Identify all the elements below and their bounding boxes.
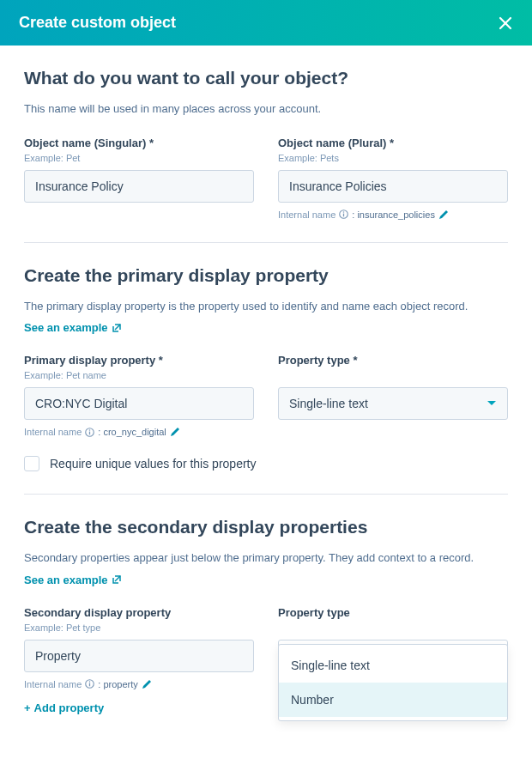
primary-prop-input[interactable]: CRO:NYC Digital (24, 387, 254, 420)
svg-rect-4 (343, 211, 344, 212)
modal-title: Create custom object (19, 14, 176, 32)
singular-input[interactable]: Insurance Policy (24, 170, 254, 203)
singular-example: Example: Pet (24, 153, 254, 163)
plus-icon: + (24, 701, 31, 714)
secondary-type-dropdown: Single-line text Number (278, 644, 508, 721)
primary-internal-label: Internal name (24, 427, 82, 437)
see-example-link[interactable]: See an example (24, 574, 122, 586)
primary-internal-value: : cro_nyc_digital (98, 427, 166, 437)
see-example-label: See an example (24, 321, 108, 334)
secondary-prop-input[interactable]: Property (24, 640, 254, 672)
pencil-icon[interactable] (170, 427, 180, 437)
primary-type-label: Property type * (278, 354, 508, 367)
dropdown-option-number[interactable]: Number (279, 683, 507, 717)
add-property-label: Add property (34, 701, 105, 714)
svg-rect-3 (343, 214, 344, 217)
secondary-internal-value: : property (98, 679, 137, 689)
chevron-down-icon (487, 400, 497, 407)
pencil-icon[interactable] (142, 679, 152, 689)
require-unique-checkbox[interactable] (24, 456, 39, 471)
spacer (278, 622, 508, 633)
close-icon[interactable] (498, 15, 513, 31)
secondary-internal-label: Internal name (24, 679, 82, 689)
dropdown-option-single-line[interactable]: Single-line text (279, 648, 507, 683)
spacer (278, 370, 508, 380)
plural-input[interactable]: Insurance Policies (278, 170, 508, 203)
primary-type-select[interactable]: Single-line text (278, 387, 508, 420)
plural-internal-value: : insurance_policies (352, 209, 435, 220)
plural-example: Example: Pets (278, 153, 508, 163)
svg-rect-10 (89, 681, 90, 682)
primary-type-value: Single-line text (289, 397, 368, 410)
section-name-title: What do you want to call your object? (24, 68, 508, 88)
section-name-description: This name will be used in many places ac… (24, 100, 508, 118)
plural-label: Object name (Plural) * (278, 137, 508, 149)
secondary-prop-example: Example: Pet type (24, 622, 254, 633)
divider (24, 494, 508, 495)
info-icon[interactable] (339, 209, 348, 219)
svg-rect-7 (89, 429, 90, 430)
singular-label: Object name (Singular) * (24, 137, 254, 149)
primary-prop-label: Primary display property * (24, 354, 254, 367)
secondary-prop-label: Secondary display property (24, 606, 254, 619)
pencil-icon[interactable] (438, 209, 449, 220)
add-property-link[interactable]: + Add property (24, 701, 104, 714)
svg-rect-9 (89, 683, 90, 687)
divider (24, 242, 508, 243)
section-primary-description: The primary display property is the prop… (24, 298, 508, 315)
see-example-label: See an example (24, 574, 108, 586)
modal-header: Create custom object (0, 0, 532, 46)
see-example-link[interactable]: See an example (24, 321, 122, 334)
section-secondary-description: Secondary properties appear just below t… (24, 549, 508, 567)
info-icon[interactable] (85, 428, 94, 437)
secondary-type-label: Property type (278, 606, 508, 619)
svg-rect-6 (89, 431, 90, 434)
info-icon[interactable] (85, 679, 94, 689)
require-unique-label: Require unique values for this property (50, 457, 256, 470)
plural-internal-label: Internal name (278, 209, 336, 220)
section-primary-title: Create the primary display property (24, 265, 508, 286)
primary-prop-example: Example: Pet name (24, 370, 254, 380)
section-secondary-title: Create the secondary display properties (24, 517, 508, 537)
